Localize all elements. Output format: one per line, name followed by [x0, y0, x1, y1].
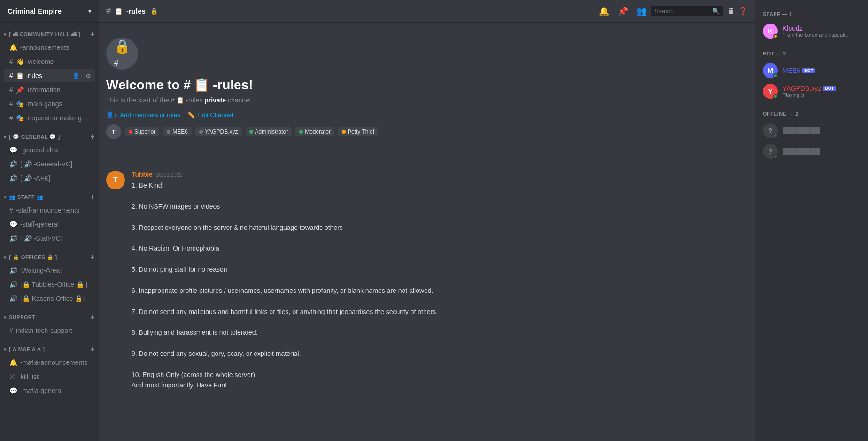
- hash-icon: #: [9, 114, 13, 122]
- voice-icon: 🔊: [9, 174, 17, 182]
- inbox-icon[interactable]: 🖥: [727, 7, 735, 16]
- member-avatar-wrap: M: [763, 63, 778, 78]
- status-dot-online: [773, 94, 778, 99]
- member-kloudz[interactable]: K Kloudz "I am the Lorax and i speak...: [759, 21, 864, 41]
- channel-rules[interactable]: # 📋 -rules 👤+ ⚙: [4, 69, 95, 82]
- volume-icon: 🔔: [9, 359, 17, 366]
- member-avatar-wrap: K: [763, 24, 778, 39]
- message-content: 1. Be Kind! 2. No NSFW images or videos …: [132, 180, 748, 391]
- category-mafia[interactable]: ▾ [ ʌ MAFIA ʌ ] +: [0, 338, 99, 355]
- status-dot-offline: [773, 154, 778, 159]
- pencil-icon: ✏️: [187, 111, 195, 118]
- voice-icon: 🔊: [9, 281, 17, 288]
- server-name: Criminal Empire: [8, 7, 62, 15]
- channel-kill-list[interactable]: ⚔ -kill-list: [4, 370, 95, 383]
- channel-staff-announcements[interactable]: # -staff-announcements: [4, 204, 95, 217]
- member-info: ████████: [783, 127, 860, 134]
- perm-label: Moderator: [305, 128, 331, 135]
- channel-sidebar: Criminal Empire ▾ ▾ [ 🏙 COMMUNITY-HALL 🏙…: [0, 0, 99, 441]
- channel-mafia-announcements[interactable]: 🔔 -mafia-announcements: [4, 356, 95, 369]
- member-yagpdb[interactable]: Y YAGPDB.xyz BOT Playing :): [759, 81, 864, 102]
- channel-name: -kill-list: [18, 373, 91, 380]
- rule-9: 9. Do not send any sexual, gory, scary, …: [132, 348, 748, 359]
- channel-welcome[interactable]: # 👋 -welcome: [4, 55, 95, 68]
- channel-name: -staff-announcements: [16, 206, 91, 214]
- category-staff[interactable]: ▾ 👥 STAFF 👥 +: [0, 185, 99, 203]
- channel-general-chat[interactable]: 💬 -general-chat: [4, 143, 95, 157]
- section-header-offline: OFFLINE — 2: [759, 107, 864, 118]
- category-general[interactable]: ▾ [ 💬 GENERAL 💬 ] +: [0, 125, 99, 143]
- channel-general-vc[interactable]: 🔊 [ 🔊 -General-VC]: [4, 158, 95, 171]
- channel-actions: 👤+ ⚙: [72, 72, 91, 79]
- channel-afk[interactable]: 🔊 [ 🔊 -AFK]: [4, 172, 95, 185]
- category-community-hall[interactable]: ▾ [ 🏙 COMMUNITY-HALL 🏙 ] +: [0, 23, 99, 40]
- message-body: Tubbie 20/03/2021 1. Be Kind! 2. No NSFW…: [132, 171, 748, 391]
- notification-bell-icon[interactable]: 🔔: [599, 6, 609, 16]
- bot-badge: BOT: [802, 68, 815, 73]
- hash-icon: #: [9, 86, 13, 94]
- message: T Tubbie 20/03/2021 1. Be Kind! 2. No NS…: [106, 168, 748, 394]
- edit-channel-button[interactable]: ✏️ Edit Channel: [187, 111, 232, 118]
- channel-name: [ 🔊 -AFK]: [20, 174, 91, 182]
- members-icon[interactable]: 👥: [636, 6, 647, 16]
- channel-mafia-general[interactable]: 💬 -mafia-general: [4, 384, 95, 397]
- channel-name: 📋 -rules: [16, 72, 73, 79]
- channel-tubbies-office[interactable]: 🔊 [🔒 Tubbies-Office 🔒 ]: [4, 278, 95, 291]
- perm-label: MEE6: [172, 128, 188, 135]
- channel-indian-tech[interactable]: # indian-tech-support: [4, 324, 95, 337]
- channel-intro-icon: 🔒#: [106, 38, 138, 70]
- server-dropdown-icon[interactable]: ▾: [88, 8, 91, 15]
- add-channel-button[interactable]: +: [90, 313, 95, 322]
- member-offline-1[interactable]: ? ████████: [759, 120, 864, 141]
- message-avatar: T: [106, 171, 125, 189]
- member-info: MEE6 BOT: [783, 67, 860, 74]
- channel-name: 👋 -welcome: [16, 58, 91, 65]
- channel-staff-general[interactable]: 💬 -staff-general: [4, 218, 95, 231]
- add-channel-button[interactable]: +: [90, 193, 95, 201]
- title-emoji: 📋: [194, 77, 210, 93]
- channel-name: -mafia-general: [20, 387, 91, 394]
- hash-icon: 💬: [9, 220, 17, 228]
- topbar-channel-name: -rules: [126, 7, 146, 15]
- channel-kasens-office[interactable]: 🔊 [🔒 Kasens-Office 🔒]: [4, 292, 95, 305]
- channel-main-gangs[interactable]: # 🎭 -main-gangs: [4, 97, 95, 110]
- member-name-row: ████████: [783, 148, 860, 155]
- channel-request-gang[interactable]: # 🎭 -request-to-make-gang: [4, 111, 95, 125]
- channel-name: [ 🔊 -Staff-VC]: [20, 235, 91, 242]
- topbar-icons: 🔔 📌 👥: [599, 6, 647, 16]
- category-label: ▾ SUPPORT: [4, 315, 36, 320]
- channel-name: [Waiting-Area]: [20, 267, 91, 274]
- member-name-row: YAGPDB.xyz BOT: [783, 85, 860, 92]
- rule-7: 7. Do not send any malicious and harmful…: [132, 307, 748, 317]
- channel-waiting-area[interactable]: 🔊 [Waiting-Area]: [4, 264, 95, 277]
- perm-badge-pettythief: Petty Thief: [338, 127, 378, 136]
- search-icon: 🔍: [712, 8, 720, 15]
- channel-name: -general-chat: [20, 146, 91, 154]
- member-info: ████████: [783, 148, 860, 155]
- help-icon[interactable]: ❓: [738, 7, 748, 16]
- settings-icon[interactable]: ⚙: [85, 72, 91, 79]
- add-channel-button[interactable]: +: [90, 30, 95, 39]
- add-channel-button[interactable]: +: [90, 253, 95, 261]
- channel-announcements[interactable]: 🔔 -announcements: [4, 41, 95, 54]
- category-offices[interactable]: ▾ [ 🔒 OFFICES 🔒 ] +: [0, 245, 99, 263]
- add-members-button[interactable]: 👤+ Add members or roles: [106, 111, 180, 118]
- category-support[interactable]: ▾ SUPPORT +: [0, 306, 99, 323]
- add-channel-button[interactable]: +: [90, 133, 95, 141]
- member-info: YAGPDB.xyz BOT Playing :): [783, 85, 860, 98]
- server-header[interactable]: Criminal Empire ▾: [0, 0, 99, 23]
- member-avatar-wrap: ?: [763, 144, 778, 159]
- add-member-icon[interactable]: 👤+: [72, 72, 84, 79]
- hash-icon: 💬: [9, 387, 17, 394]
- channel-staff-vc[interactable]: 🔊 [ 🔊 -Staff-VC]: [4, 232, 95, 245]
- channel-name: indian-tech-support: [16, 327, 91, 334]
- rule-1: 1. Be Kind!: [132, 180, 748, 190]
- hash-icon: #: [9, 327, 13, 334]
- add-channel-button[interactable]: +: [90, 345, 95, 354]
- member-mee6[interactable]: M MEE6 BOT: [759, 60, 864, 81]
- member-offline-2[interactable]: ? ████████: [759, 141, 864, 162]
- rule-3: 3. Respect everyone on the server & no h…: [132, 222, 748, 233]
- channel-name: 🎭 -main-gangs: [16, 100, 91, 108]
- channel-information[interactable]: # 📌 -information: [4, 83, 95, 96]
- pin-icon[interactable]: 📌: [618, 6, 628, 16]
